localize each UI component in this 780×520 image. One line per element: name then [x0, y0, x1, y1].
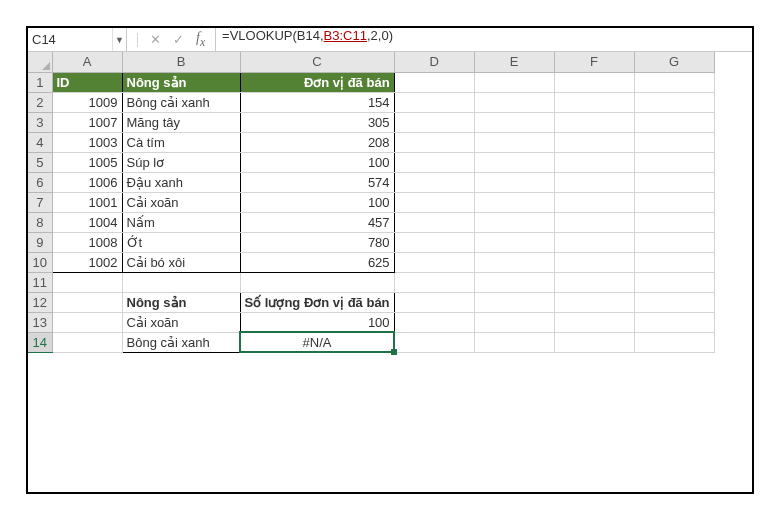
cell-E8[interactable]	[474, 212, 554, 232]
row-header-4[interactable]: 4	[28, 132, 52, 152]
cell-F2[interactable]	[554, 92, 634, 112]
cell-G11[interactable]	[634, 272, 714, 292]
cell-E3[interactable]	[474, 112, 554, 132]
row-header-1[interactable]: 1	[28, 72, 52, 92]
row-header-5[interactable]: 5	[28, 152, 52, 172]
cell-D2[interactable]	[394, 92, 474, 112]
cell-A9[interactable]: 1008	[52, 232, 122, 252]
cell-C13[interactable]: 100	[240, 312, 394, 332]
cell-G2[interactable]	[634, 92, 714, 112]
cell-G12[interactable]	[634, 292, 714, 312]
cell-A1[interactable]: ID	[52, 72, 122, 92]
cell-G9[interactable]	[634, 232, 714, 252]
cell-E12[interactable]	[474, 292, 554, 312]
cell-C2[interactable]: 154	[240, 92, 394, 112]
column-header-G[interactable]: G	[634, 52, 714, 72]
cell-F9[interactable]	[554, 232, 634, 252]
cell-F4[interactable]	[554, 132, 634, 152]
cell-G3[interactable]	[634, 112, 714, 132]
cell-G13[interactable]	[634, 312, 714, 332]
cell-A8[interactable]: 1004	[52, 212, 122, 232]
cell-D9[interactable]	[394, 232, 474, 252]
row-header-3[interactable]: 3	[28, 112, 52, 132]
cell-C6[interactable]: 574	[240, 172, 394, 192]
cell-D6[interactable]	[394, 172, 474, 192]
cell-E9[interactable]	[474, 232, 554, 252]
cell-B6[interactable]: Đậu xanh	[122, 172, 240, 192]
cell-G7[interactable]	[634, 192, 714, 212]
cell-D11[interactable]	[394, 272, 474, 292]
cell-F8[interactable]	[554, 212, 634, 232]
cell-G4[interactable]	[634, 132, 714, 152]
cell-B12[interactable]: Nông sản	[122, 292, 240, 312]
cell-D7[interactable]	[394, 192, 474, 212]
cell-F7[interactable]	[554, 192, 634, 212]
row-header-9[interactable]: 9	[28, 232, 52, 252]
cell-F1[interactable]	[554, 72, 634, 92]
cell-D10[interactable]	[394, 252, 474, 272]
cell-B1[interactable]: Nông sản	[122, 72, 240, 92]
column-header-A[interactable]: A	[52, 52, 122, 72]
cell-D1[interactable]	[394, 72, 474, 92]
cell-G5[interactable]	[634, 152, 714, 172]
cell-E4[interactable]	[474, 132, 554, 152]
cell-B11[interactable]	[122, 272, 240, 292]
row-header-6[interactable]: 6	[28, 172, 52, 192]
cell-E5[interactable]	[474, 152, 554, 172]
cell-B9[interactable]: Ớt	[122, 232, 240, 252]
cell-A12[interactable]	[52, 292, 122, 312]
cell-F10[interactable]	[554, 252, 634, 272]
column-header-C[interactable]: C	[240, 52, 394, 72]
cell-C9[interactable]: 780	[240, 232, 394, 252]
column-header-D[interactable]: D	[394, 52, 474, 72]
cell-E7[interactable]	[474, 192, 554, 212]
cell-D12[interactable]	[394, 292, 474, 312]
row-header-11[interactable]: 11	[28, 272, 52, 292]
cell-A7[interactable]: 1001	[52, 192, 122, 212]
cell-B8[interactable]: Nấm	[122, 212, 240, 232]
cell-F6[interactable]	[554, 172, 634, 192]
cell-D4[interactable]	[394, 132, 474, 152]
cell-B7[interactable]: Cải xoăn	[122, 192, 240, 212]
cell-C5[interactable]: 100	[240, 152, 394, 172]
row-header-12[interactable]: 12	[28, 292, 52, 312]
cell-F13[interactable]	[554, 312, 634, 332]
cell-D3[interactable]	[394, 112, 474, 132]
cell-A11[interactable]	[52, 272, 122, 292]
cell-B3[interactable]: Măng tây	[122, 112, 240, 132]
cell-F5[interactable]	[554, 152, 634, 172]
cell-D13[interactable]	[394, 312, 474, 332]
cell-E14[interactable]	[474, 332, 554, 352]
cell-C4[interactable]: 208	[240, 132, 394, 152]
cell-B5[interactable]: Súp lơ	[122, 152, 240, 172]
cell-E6[interactable]	[474, 172, 554, 192]
row-header-2[interactable]: 2	[28, 92, 52, 112]
grid[interactable]: ABCDEFG1IDNông sảnĐơn vị đã bán21009Bông…	[28, 52, 752, 353]
cell-G10[interactable]	[634, 252, 714, 272]
column-header-E[interactable]: E	[474, 52, 554, 72]
cancel-icon[interactable]: ✕	[150, 32, 161, 47]
cell-C12[interactable]: Số lượng Đơn vị đã bán	[240, 292, 394, 312]
cell-B14[interactable]: Bông cải xanh	[122, 332, 240, 352]
cell-G14[interactable]	[634, 332, 714, 352]
row-header-14[interactable]: 14	[28, 332, 52, 352]
column-header-F[interactable]: F	[554, 52, 634, 72]
cell-A6[interactable]: 1006	[52, 172, 122, 192]
row-header-13[interactable]: 13	[28, 312, 52, 332]
cell-G8[interactable]	[634, 212, 714, 232]
cell-G1[interactable]	[634, 72, 714, 92]
cell-C7[interactable]: 100	[240, 192, 394, 212]
cell-A3[interactable]: 1007	[52, 112, 122, 132]
select-all-button[interactable]	[28, 52, 52, 72]
cell-C3[interactable]: 305	[240, 112, 394, 132]
cell-D5[interactable]	[394, 152, 474, 172]
cell-C8[interactable]: 457	[240, 212, 394, 232]
cell-F12[interactable]	[554, 292, 634, 312]
fx-icon[interactable]: fx	[196, 30, 205, 49]
cell-C14[interactable]: #N/A	[240, 332, 394, 352]
name-box[interactable]	[28, 28, 112, 51]
formula-input[interactable]: =VLOOKUP(B14,B3:C11,2,0)	[216, 28, 752, 51]
cell-B2[interactable]: Bông cải xanh	[122, 92, 240, 112]
cell-B10[interactable]: Cải bó xôi	[122, 252, 240, 272]
cell-E11[interactable]	[474, 272, 554, 292]
